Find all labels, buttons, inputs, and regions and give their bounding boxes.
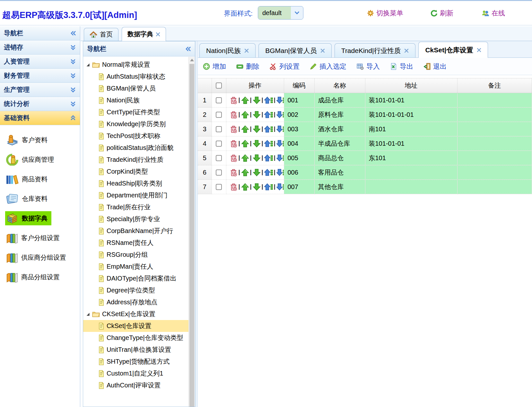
move-top-icon[interactable] [264, 111, 273, 119]
move-top-icon[interactable] [264, 154, 273, 162]
workspace-tab-CkSet|仓库设置[interactable]: CkSet|仓库设置 [418, 42, 488, 58]
tree-item-TradeKind|行业性质[interactable]: TradeKind|行业性质 [83, 154, 188, 166]
tree-item-CkSet|仓库设置[interactable]: CkSet|仓库设置 [83, 320, 188, 332]
tab-首页[interactable]: 首页 [84, 28, 118, 41]
header-link-online-users[interactable]: 在线 [482, 9, 505, 18]
move-down-icon[interactable] [253, 154, 261, 162]
move-top-icon[interactable] [264, 125, 273, 133]
sidebar-item-数据字典[interactable]: 数据字典 [5, 211, 51, 225]
double-down-icon[interactable] [70, 101, 76, 107]
move-top-icon[interactable] [264, 96, 273, 104]
move-down-icon[interactable] [253, 169, 261, 177]
move-down-icon[interactable] [253, 140, 261, 148]
sidebar-panel-统计分析[interactable]: 统计分析 [0, 97, 80, 111]
double-down-icon[interactable] [70, 87, 76, 93]
toolbar-button-插入选定[interactable]: 插入选定 [310, 62, 346, 71]
move-up-icon[interactable] [241, 96, 249, 104]
tree-item-politicalStatus|政治面貌[interactable]: politicalStatus|政治面貌 [83, 142, 188, 154]
tree-item-TechPost|技术职称[interactable]: TechPost|技术职称 [83, 130, 188, 142]
sidebar-panel-人资管理[interactable]: 人资管理 [0, 55, 80, 69]
row-checkbox[interactable] [216, 184, 222, 190]
row-checkbox[interactable] [216, 169, 222, 176]
panel-splitter[interactable] [195, 41, 198, 407]
tree-item-AuthCont|评审设置[interactable]: AuthCont|评审设置 [83, 379, 188, 391]
sidebar-panel-导航栏[interactable]: 导航栏 [0, 26, 80, 40]
move-down-icon[interactable] [253, 183, 261, 191]
sidebar-item-商品资料[interactable]: 商品资料 [5, 172, 51, 186]
tree-item-Nation|民族[interactable]: Nation|民族 [83, 94, 188, 106]
tree-item-UnitTran|单位换算设置[interactable]: UnitTran|单位换算设置 [83, 344, 188, 356]
toolbar-button-列设置[interactable]: 列设置 [270, 62, 300, 71]
double-down-icon[interactable] [70, 44, 76, 50]
move-bottom-icon[interactable] [276, 125, 284, 133]
delete-row-icon[interactable] [230, 139, 238, 148]
tree-item-HeadShip|职务类别[interactable]: HeadShip|职务类别 [83, 178, 188, 189]
move-up-icon[interactable] [241, 140, 249, 148]
tree-folder-CKSetEx|仓库设置[interactable]: CKSetEx|仓库设置 [83, 308, 188, 320]
collapse-left-icon[interactable] [185, 46, 191, 52]
sidebar-item-供应商分组设置[interactable]: 供应商分组设置 [5, 250, 70, 264]
move-bottom-icon[interactable] [276, 154, 284, 162]
tree-item-RSName|责任人[interactable]: RSName|责任人 [83, 237, 188, 249]
move-up-icon[interactable] [241, 111, 249, 119]
tree-item-Specialty|所学专业[interactable]: Specialty|所学专业 [83, 213, 188, 225]
toolbar-button-删除[interactable]: 删除 [236, 62, 259, 71]
toolbar-button-增加[interactable]: 增加 [203, 62, 226, 71]
scroll-up-icon[interactable] [189, 57, 195, 63]
delete-row-icon[interactable] [230, 96, 238, 105]
tree-item-Degree|学位类型[interactable]: Degree|学位类型 [83, 284, 188, 296]
tree-item-Department|使用部门[interactable]: Department|使用部门 [83, 189, 188, 201]
double-down-icon[interactable] [70, 73, 76, 79]
close-icon[interactable] [244, 48, 249, 53]
sidebar-item-商品分组设置[interactable]: 商品分组设置 [5, 270, 64, 284]
toolbar-button-退出[interactable]: 退出 [423, 62, 447, 71]
scrollbar-thumb[interactable] [189, 64, 194, 407]
row-checkbox[interactable] [216, 112, 222, 118]
tree-item-BGMan|保管人员[interactable]: BGMan|保管人员 [83, 82, 188, 94]
workspace-tab-Nation|民族[interactable]: Nation|民族 [199, 43, 256, 57]
close-icon[interactable] [404, 48, 409, 53]
tree-item-CorpKind|类型[interactable]: CorpKind|类型 [83, 166, 188, 178]
tree-item-CertType|证件类型[interactable]: CertType|证件类型 [83, 106, 188, 118]
toolbar-button-导入[interactable]: 导入 [357, 62, 380, 71]
header-link-refresh[interactable]: 刷新 [431, 9, 453, 18]
sidebar-item-客户分组设置[interactable]: 客户分组设置 [5, 231, 64, 245]
chevron-down-icon[interactable] [291, 6, 303, 19]
tree-item-Trade|所在行业[interactable]: Trade|所在行业 [83, 201, 188, 213]
tree-item-RSGroup|分组[interactable]: RSGroup|分组 [83, 249, 188, 261]
move-up-icon[interactable] [241, 183, 249, 191]
move-top-icon[interactable] [264, 140, 273, 148]
workspace-tab-BGMan|保管人员[interactable]: BGMan|保管人员 [258, 43, 332, 57]
delete-row-icon[interactable] [230, 110, 238, 119]
delete-row-icon[interactable] [230, 183, 238, 191]
tab-数据字典[interactable]: 数据字典 [122, 27, 166, 41]
move-up-icon[interactable] [241, 154, 249, 162]
tree-item-Knowledge|学历类别[interactable]: Knowledge|学历类别 [83, 118, 188, 130]
row-checkbox[interactable] [216, 97, 222, 103]
delete-row-icon[interactable] [230, 154, 238, 162]
move-up-icon[interactable] [241, 125, 249, 133]
tree-item-AuthStatus|审核状态[interactable]: AuthStatus|审核状态 [83, 71, 188, 82]
select-all-checkbox[interactable] [216, 82, 222, 89]
move-top-icon[interactable] [264, 183, 273, 191]
delete-row-icon[interactable] [230, 125, 238, 134]
double-down-icon[interactable] [70, 58, 76, 65]
row-checkbox[interactable] [216, 141, 222, 147]
tree-item-EmpMan|责任人[interactable]: EmpMan|责任人 [83, 261, 188, 273]
tree-item-CorpBankName|开户行[interactable]: CorpBankName|开户行 [83, 225, 188, 237]
close-icon[interactable] [320, 48, 325, 53]
move-down-icon[interactable] [253, 96, 261, 104]
tree-folder-Normal|常规设置[interactable]: Normal|常规设置 [83, 59, 188, 71]
move-down-icon[interactable] [253, 111, 261, 119]
collapse-left-icon[interactable] [70, 30, 76, 36]
sidebar-item-仓库资料[interactable]: 仓库资料 [5, 192, 51, 206]
tree-expanded-icon[interactable] [86, 312, 90, 316]
row-checkbox[interactable] [216, 126, 222, 132]
close-icon[interactable] [156, 32, 160, 37]
workspace-tab-TradeKind|行业性质[interactable]: TradeKind|行业性质 [335, 43, 416, 57]
tree-item-Address|存放地点[interactable]: Address|存放地点 [83, 296, 188, 308]
sidebar-panel-进销存[interactable]: 进销存 [0, 40, 80, 55]
sidebar-panel-财务管理[interactable]: 财务管理 [0, 69, 80, 83]
sidebar-item-客户资料[interactable]: 客户资料 [5, 133, 51, 147]
tree-item-ChangeType|仓库变动类型[interactable]: ChangeType|仓库变动类型 [83, 332, 188, 344]
